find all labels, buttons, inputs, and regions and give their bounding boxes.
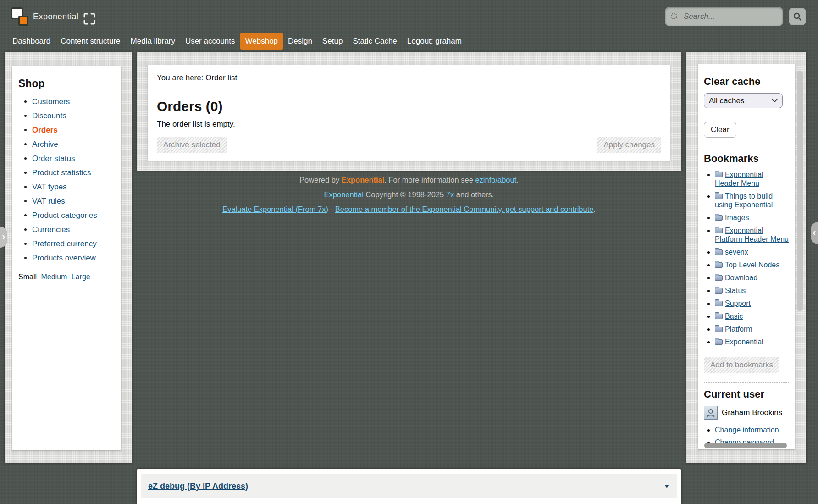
list-item: Products overview: [32, 254, 115, 263]
bookmark-item: Status: [715, 286, 789, 295]
shop-item-orders[interactable]: Orders: [32, 126, 58, 134]
evaluate-link[interactable]: Evaluate Exponential (From 7x): [222, 205, 328, 213]
footer-text: .: [516, 176, 519, 184]
page-footer: Powered by Exponential. For more informa…: [137, 174, 681, 218]
bookmark-link[interactable]: Exponential Platform Header Menu: [715, 227, 789, 243]
footer-text: and others.: [454, 190, 494, 199]
shop-item-customers[interactable]: Customers: [32, 97, 70, 106]
current-user-row: Graham Brookins: [704, 406, 789, 420]
avatar: [704, 406, 718, 420]
nav-static-cache[interactable]: Static Cache: [348, 33, 402, 50]
debug-header: eZ debug (By IP Address) ▼: [141, 474, 677, 498]
clear-cache-button[interactable]: Clear: [704, 122, 736, 138]
size-large-link[interactable]: Large: [72, 273, 90, 281]
shop-item-order-status[interactable]: Order status: [32, 154, 75, 163]
change-information-link[interactable]: Change information: [715, 426, 779, 434]
bookmark-item: Exponential: [715, 338, 789, 346]
shop-item-vat-rules[interactable]: VAT rules: [32, 197, 65, 205]
nav-logout[interactable]: Logout: graham: [402, 33, 467, 50]
shop-item-currencies[interactable]: Currencies: [32, 225, 70, 234]
right-panel: Clear cache All caches Clear Bookmarks E…: [698, 64, 795, 449]
main-column: You are here: Order list Orders (0) The …: [137, 52, 681, 171]
nav-media-library[interactable]: Media library: [126, 33, 180, 50]
bookmark-link[interactable]: Platform: [725, 325, 752, 333]
list-item: Discounts: [32, 111, 115, 121]
bookmark-link[interactable]: Things to build using Exponential: [715, 192, 773, 209]
admin-screen: Exponential Dashboard Content structure …: [0, 0, 818, 504]
breadcrumb: You are here: Order list: [157, 65, 661, 83]
debug-title-link[interactable]: eZ debug (By IP Address): [148, 482, 248, 491]
folder-icon: [715, 215, 723, 221]
list-item: Order status: [32, 154, 115, 163]
community-link[interactable]: Become a member of the Exponential Commu…: [335, 205, 594, 213]
shop-item-preferred-currency[interactable]: Preferred currency: [32, 239, 97, 248]
collapse-right-panel-tab[interactable]: ‹: [811, 222, 818, 244]
brand-title: Exponential: [33, 12, 79, 22]
shop-item-discounts[interactable]: Discounts: [32, 111, 66, 120]
nav-user-accounts[interactable]: User accounts: [180, 33, 240, 50]
size-medium-link[interactable]: Medium: [41, 273, 67, 281]
folder-icon: [715, 288, 723, 294]
search-input[interactable]: [665, 7, 783, 26]
shop-item-archive[interactable]: Archive: [32, 140, 58, 149]
exponential-link[interactable]: Exponential: [324, 190, 364, 199]
footer-text: .: [593, 205, 596, 213]
copyright-line: Exponential Copyright © 1998-2025 7x and…: [137, 189, 681, 200]
bookmark-link[interactable]: Basic: [725, 312, 743, 320]
folder-icon: [715, 249, 723, 255]
bookmark-item: Download: [715, 273, 789, 282]
bookmark-link[interactable]: Download: [725, 274, 757, 282]
bookmark-link[interactable]: Support: [725, 299, 751, 307]
shop-item-product-categories[interactable]: Product categories: [32, 211, 97, 220]
bookmark-link[interactable]: Images: [725, 214, 749, 222]
bookmark-link[interactable]: Status: [725, 287, 746, 294]
bookmark-link[interactable]: Exponential: [725, 338, 763, 346]
list-item: VAT types: [32, 183, 115, 192]
current-user-name: Graham Brookins: [722, 408, 782, 417]
nav-dashboard[interactable]: Dashboard: [7, 33, 55, 50]
folder-icon: [715, 339, 723, 345]
folder-icon: [715, 262, 723, 268]
chevron-down-icon: [772, 99, 778, 103]
nav-webshop[interactable]: Webshop: [240, 33, 283, 50]
bookmark-link[interactable]: sevenx: [725, 248, 748, 256]
apply-changes-button[interactable]: Apply changes: [597, 137, 661, 153]
clear-cache-select[interactable]: All caches: [704, 93, 783, 108]
fullscreen-icon[interactable]: [83, 13, 95, 25]
horizontal-scrollbar[interactable]: [704, 443, 787, 448]
bookmark-item: Support: [715, 299, 789, 308]
bookmark-item: Exponential Header Menu: [715, 170, 789, 188]
search-button[interactable]: [789, 8, 806, 25]
divider: [704, 147, 789, 147]
folder-icon: [715, 301, 723, 306]
shop-item-vat-types[interactable]: VAT types: [32, 183, 67, 191]
folder-icon: [715, 314, 723, 319]
nav-content-structure[interactable]: Content structure: [55, 33, 125, 50]
seven-x-link[interactable]: 7x: [446, 190, 454, 199]
bookmark-item: Top Level Nodes: [715, 260, 789, 269]
current-user-heading: Current user: [704, 388, 789, 400]
bookmark-link[interactable]: Top Level Nodes: [725, 261, 779, 269]
shop-item-product-statistics[interactable]: Product statistics: [32, 168, 91, 177]
nav-design[interactable]: Design: [283, 33, 317, 50]
shop-item-products-overview[interactable]: Products overview: [32, 254, 96, 262]
ezinfo-about-link[interactable]: ezinfo/about: [475, 176, 516, 184]
list-item: Currencies: [32, 225, 115, 234]
add-to-bookmarks-button[interactable]: Add to bookmarks: [704, 357, 779, 373]
bookmark-item: Things to build using Exponential: [715, 192, 789, 209]
archive-selected-button[interactable]: Archive selected: [157, 137, 227, 153]
divider: [157, 90, 661, 90]
nav-setup[interactable]: Setup: [317, 33, 348, 50]
debug-toggle-icon[interactable]: ▼: [663, 482, 670, 490]
exponential-logo-icon: [11, 7, 28, 26]
left-column: Shop Customers Discounts Orders Archive …: [5, 52, 132, 463]
page-title: Orders (0): [157, 99, 661, 114]
bookmarks-list: Exponential Header Menu Things to build …: [704, 170, 789, 346]
bookmark-item: Exponential Platform Header Menu: [715, 226, 789, 244]
list-item: Change information: [715, 426, 789, 434]
vertical-scrollbar[interactable]: [797, 71, 803, 311]
person-icon: [706, 408, 716, 418]
size-current-label: Small: [18, 273, 37, 281]
orders-panel: You are here: Order list Orders (0) The …: [148, 65, 670, 161]
divider: [704, 70, 789, 70]
